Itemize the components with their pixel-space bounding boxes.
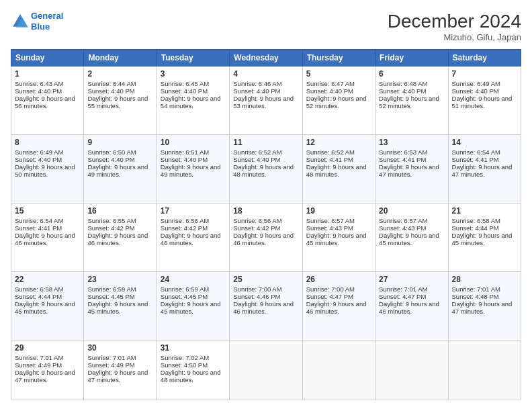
day-number: 31 [161,343,226,353]
day-number: 27 [379,275,444,284]
sunrise-text: Sunrise: 7:00 AM [306,285,355,293]
day-number: 20 [379,206,444,216]
sunset-text: Sunset: 4:40 PM [306,87,353,95]
daylight-text: Daylight: 9 hours and 46 minutes. [306,300,367,315]
col-friday: Friday [375,50,448,66]
sunrise-text: Sunrise: 6:54 AM [15,217,63,224]
daylight-text: Daylight: 9 hours and 52 minutes. [379,95,439,109]
day-number: 7 [452,69,517,79]
calendar-cell [302,340,375,400]
day-number: 24 [161,275,226,284]
sunset-text: Sunset: 4:46 PM [233,293,280,300]
daylight-text: Daylight: 9 hours and 47 minutes. [452,163,513,178]
daylight-text: Daylight: 9 hours and 51 minutes. [452,95,513,109]
calendar-cell: 16 Sunrise: 6:55 AM Sunset: 4:42 PM Dayl… [84,203,157,271]
sunrise-text: Sunrise: 6:59 AM [87,285,136,293]
col-sunday: Sunday [11,50,84,66]
day-number: 9 [87,138,152,147]
calendar-cell: 1 Sunrise: 6:43 AM Sunset: 4:40 PM Dayli… [11,66,84,135]
calendar-cell: 9 Sunrise: 6:50 AM Sunset: 4:40 PM Dayli… [84,134,157,203]
calendar-cell: 18 Sunrise: 6:56 AM Sunset: 4:42 PM Dayl… [230,203,302,271]
sunrise-text: Sunrise: 6:57 AM [306,217,355,224]
daylight-text: Daylight: 9 hours and 46 minutes. [233,300,294,315]
sunset-text: Sunset: 4:40 PM [15,87,62,95]
sunset-text: Sunset: 4:48 PM [452,293,499,300]
sunset-text: Sunset: 4:42 PM [161,224,208,232]
sunset-text: Sunset: 4:40 PM [87,87,134,95]
week-row-2: 8 Sunrise: 6:49 AM Sunset: 4:40 PM Dayli… [11,134,521,203]
sunrise-text: Sunrise: 7:02 AM [161,354,209,361]
sunset-text: Sunset: 4:40 PM [233,87,280,95]
page: General Blue December 2024 Mizuho, Gifu,… [0,0,532,411]
daylight-text: Daylight: 9 hours and 48 minutes. [233,163,294,178]
sunset-text: Sunset: 4:42 PM [233,224,280,232]
sunrise-text: Sunrise: 6:53 AM [379,148,427,156]
daylight-text: Daylight: 9 hours and 46 minutes. [87,232,148,246]
daylight-text: Daylight: 9 hours and 45 minutes. [161,300,221,315]
calendar-cell: 29 Sunrise: 7:01 AM Sunset: 4:49 PM Dayl… [11,340,84,400]
calendar-cell: 13 Sunrise: 6:53 AM Sunset: 4:41 PM Dayl… [375,134,448,203]
daylight-text: Daylight: 9 hours and 45 minutes. [452,232,513,246]
sunrise-text: Sunrise: 6:49 AM [15,148,63,156]
daylight-text: Daylight: 9 hours and 46 minutes. [15,232,75,246]
week-row-1: 1 Sunrise: 6:43 AM Sunset: 4:40 PM Dayli… [11,66,521,135]
day-number: 11 [233,138,298,147]
day-number: 22 [15,275,80,284]
day-number: 19 [306,206,371,216]
col-tuesday: Tuesday [157,50,229,66]
daylight-text: Daylight: 9 hours and 48 minutes. [306,163,367,178]
calendar-cell: 15 Sunrise: 6:54 AM Sunset: 4:41 PM Dayl… [11,203,84,271]
sunset-text: Sunset: 4:41 PM [379,156,426,163]
sunrise-text: Sunrise: 6:49 AM [452,80,500,87]
calendar-cell: 27 Sunrise: 7:01 AM Sunset: 4:47 PM Dayl… [375,271,448,340]
sunset-text: Sunset: 4:40 PM [379,87,426,95]
sunrise-text: Sunrise: 7:01 AM [452,285,500,293]
sunrise-text: Sunrise: 7:01 AM [379,285,427,293]
sunset-text: Sunset: 4:40 PM [233,156,280,163]
daylight-text: Daylight: 9 hours and 49 minutes. [87,163,148,178]
daylight-text: Daylight: 9 hours and 46 minutes. [161,232,221,246]
day-number: 29 [15,343,80,353]
day-number: 21 [452,206,517,216]
sunrise-text: Sunrise: 6:46 AM [233,80,281,87]
day-number: 6 [379,69,444,79]
sunrise-text: Sunrise: 6:58 AM [15,285,63,293]
calendar-cell: 5 Sunrise: 6:47 AM Sunset: 4:40 PM Dayli… [302,66,375,135]
sunset-text: Sunset: 4:43 PM [379,224,426,232]
calendar-cell: 19 Sunrise: 6:57 AM Sunset: 4:43 PM Dayl… [302,203,375,271]
sunset-text: Sunset: 4:40 PM [15,156,62,163]
calendar-cell: 20 Sunrise: 6:57 AM Sunset: 4:43 PM Dayl… [375,203,448,271]
sunset-text: Sunset: 4:45 PM [161,293,208,300]
calendar-cell: 21 Sunrise: 6:58 AM Sunset: 4:44 PM Dayl… [448,203,521,271]
sunrise-text: Sunrise: 6:51 AM [161,148,209,156]
sunset-text: Sunset: 4:40 PM [161,156,208,163]
daylight-text: Daylight: 9 hours and 47 minutes. [452,300,513,315]
daylight-text: Daylight: 9 hours and 46 minutes. [379,300,439,315]
sunset-text: Sunset: 4:45 PM [87,293,134,300]
sunset-text: Sunset: 4:49 PM [87,361,134,369]
day-number: 28 [452,275,517,284]
sunset-text: Sunset: 4:41 PM [15,224,62,232]
calendar-cell: 3 Sunrise: 6:45 AM Sunset: 4:40 PM Dayli… [157,66,229,135]
daylight-text: Daylight: 9 hours and 47 minutes. [379,163,439,178]
sunrise-text: Sunrise: 7:00 AM [233,285,281,293]
day-number: 4 [233,69,298,79]
calendar-cell: 26 Sunrise: 7:00 AM Sunset: 4:47 PM Dayl… [302,271,375,340]
day-number: 8 [15,138,80,147]
sunrise-text: Sunrise: 6:57 AM [379,217,427,224]
week-row-3: 15 Sunrise: 6:54 AM Sunset: 4:41 PM Dayl… [11,203,521,271]
calendar-cell: 25 Sunrise: 7:00 AM Sunset: 4:46 PM Dayl… [230,271,302,340]
sunset-text: Sunset: 4:43 PM [306,224,353,232]
col-thursday: Thursday [302,50,375,66]
sunset-text: Sunset: 4:41 PM [452,156,499,163]
calendar-cell: 6 Sunrise: 6:48 AM Sunset: 4:40 PM Dayli… [375,66,448,135]
logo-icon [11,12,30,31]
logo: General Blue [11,11,63,32]
month-title: December 2024 [388,11,521,32]
col-monday: Monday [84,50,157,66]
sunrise-text: Sunrise: 6:56 AM [233,217,281,224]
logo-text: General Blue [31,11,63,32]
sunset-text: Sunset: 4:47 PM [379,293,426,300]
sunset-text: Sunset: 4:42 PM [87,224,134,232]
daylight-text: Daylight: 9 hours and 48 minutes. [161,369,221,383]
